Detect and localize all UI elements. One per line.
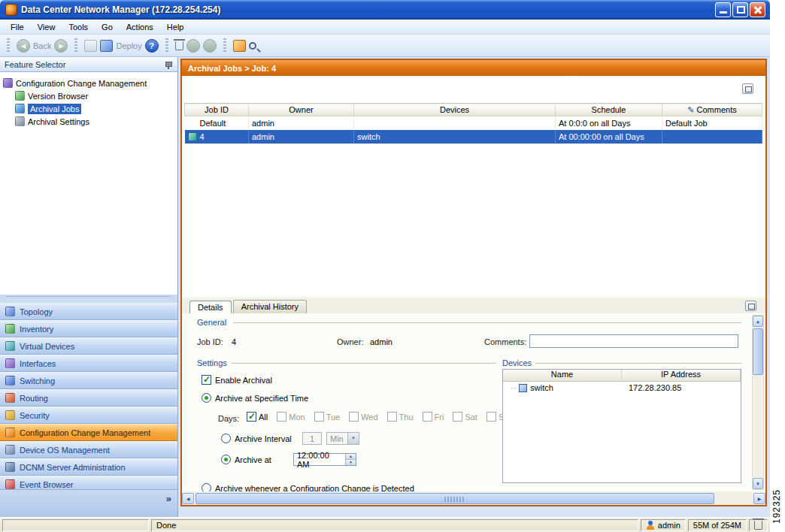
day-wed-checkbox[interactable]: Wed [349, 412, 377, 422]
scrollbar-thumb[interactable] [753, 328, 763, 375]
col-devices[interactable]: Devices [354, 104, 556, 116]
maximize-panel-icon[interactable] [742, 83, 753, 94]
details-vertical-scrollbar[interactable]: ▲ ▼ [752, 315, 764, 490]
table-row-job-4[interactable]: 4 admin switch At 00:00:00 on all Days [185, 130, 762, 144]
archive-time-spinner[interactable]: 12:00:00 AM ▲ ▼ [293, 453, 356, 466]
menu-go[interactable]: Go [95, 21, 119, 33]
day-mon-checkbox[interactable]: Mon [277, 412, 305, 422]
tree-node-archival-jobs[interactable]: Archival Jobs [3, 102, 174, 115]
archive-at-specified-time-radio[interactable]: Archive at Specified Time [202, 393, 308, 403]
tree-node-config-change-management[interactable]: Configuration Change Management [3, 77, 174, 89]
menu-tools[interactable]: Tools [62, 21, 94, 33]
comments-input[interactable] [529, 334, 738, 348]
spin-up-icon[interactable]: ▲ [346, 454, 356, 460]
tree-node-version-browser[interactable]: Version Browser [3, 89, 174, 102]
sidebar-item-security[interactable]: Security [0, 407, 177, 424]
sidebar-item-dcnm-server-administration[interactable]: DCNM Server Administration [0, 458, 177, 476]
chevron-down-icon: ▼ [347, 433, 359, 444]
interval-input[interactable] [302, 432, 322, 445]
radio-icon[interactable] [202, 393, 211, 403]
sidebar-item-configuration-change-management[interactable]: Configuration Change Management [0, 424, 177, 441]
refresh-icon[interactable] [233, 40, 246, 52]
back-icon[interactable]: ◀ [17, 39, 30, 53]
device-row-switch[interactable]: ··switch 172.28.230.85 [503, 382, 741, 394]
scrollbar-thumb[interactable] [195, 493, 714, 504]
sidebar-item-switching[interactable]: Switching [0, 372, 177, 389]
radio-icon[interactable] [221, 455, 231, 464]
resume-icon[interactable] [203, 39, 217, 53]
archive-interval-radio[interactable]: Archive Interval [221, 434, 292, 443]
window-title: Data Center Network Manager (172.28.254.… [21, 5, 715, 15]
checkbox-icon[interactable] [277, 412, 286, 422]
menu-view[interactable]: View [32, 21, 62, 33]
maximize-panel-icon[interactable] [745, 301, 756, 311]
checkbox-icon[interactable] [486, 412, 496, 422]
day-sat-checkbox[interactable]: Sat [453, 412, 477, 422]
day-fri-checkbox[interactable]: Fri [423, 412, 444, 422]
scroll-up-icon[interactable]: ▲ [753, 316, 763, 327]
close-button[interactable] [750, 2, 765, 17]
chevron-collapse-icon[interactable]: » [166, 493, 171, 504]
checkbox-icon[interactable] [387, 412, 397, 422]
scroll-right-icon[interactable]: ▶ [753, 493, 765, 504]
checkbox-icon[interactable] [202, 375, 211, 385]
interval-unit-select[interactable]: Min ▼ [326, 432, 359, 445]
minimize-button[interactable] [715, 2, 731, 17]
tab-details[interactable]: Details [189, 301, 232, 314]
archival-jobs-icon [15, 104, 25, 113]
col-schedule[interactable]: Schedule [556, 104, 662, 116]
col-name[interactable]: Name [503, 370, 622, 381]
checkbox-icon[interactable] [453, 412, 462, 422]
radio-icon[interactable] [202, 483, 211, 491]
maximize-button[interactable] [732, 2, 748, 17]
deploy-icon[interactable] [100, 40, 113, 52]
trash-icon[interactable] [754, 521, 762, 530]
sidebar-item-device-os-management[interactable]: Device OS Management [0, 441, 177, 458]
sidebar-item-virtual-devices[interactable]: Virtual Devices [0, 337, 177, 355]
col-job-id[interactable]: Job ID [185, 104, 249, 116]
deploy-button[interactable]: Deploy [116, 41, 141, 50]
archive-on-change-radio[interactable]: Archive whenever a Configuration Change … [202, 483, 414, 491]
sidebar-item-routing[interactable]: Routing [0, 389, 177, 407]
forward-icon[interactable]: ▶ [54, 39, 68, 53]
back-button[interactable]: Back [33, 41, 51, 50]
menu-actions[interactable]: Actions [120, 21, 159, 33]
col-ip-address[interactable]: IP Address [622, 370, 741, 381]
status-trash[interactable] [749, 519, 768, 531]
day-tue-checkbox[interactable]: Tue [314, 412, 341, 422]
horizontal-scrollbar[interactable]: ◀ ▶ [182, 492, 765, 505]
table-row-default[interactable]: Default admin At 0:0:0 on all Days Defau… [185, 116, 762, 130]
suspend-icon[interactable] [186, 39, 200, 53]
menu-help[interactable]: Help [161, 21, 190, 33]
delete-icon[interactable] [175, 41, 183, 50]
archive-at-radio[interactable]: Archive at [221, 455, 271, 464]
pin-icon[interactable] [164, 60, 173, 69]
scroll-down-icon[interactable]: ▼ [753, 478, 763, 489]
help-icon[interactable]: ? [145, 39, 159, 53]
day-all-checkbox[interactable]: All [247, 412, 268, 422]
status-user: admin [641, 519, 686, 531]
sidebar-item-topology[interactable]: Topology [0, 303, 177, 320]
new-job-icon[interactable] [84, 40, 97, 52]
radio-icon[interactable] [221, 434, 231, 443]
tab-archival-history[interactable]: Archival History [233, 300, 307, 313]
enable-archival-checkbox[interactable]: Enable Archival [202, 375, 272, 385]
feature-selector-panel: Feature Selector Configuration Change Ma… [0, 57, 178, 517]
day-thu-checkbox[interactable]: Thu [387, 412, 414, 422]
main-panel: Archival Jobs > Job: 4 Job ID Owner Devi… [180, 59, 767, 506]
scroll-left-icon[interactable]: ◀ [182, 493, 194, 504]
filter-icon[interactable] [249, 42, 256, 50]
version-browser-icon [15, 91, 25, 101]
checkbox-icon[interactable] [349, 412, 359, 422]
spin-down-icon[interactable]: ▼ [346, 460, 356, 466]
checkbox-icon[interactable] [247, 412, 256, 422]
sidebar-item-inventory[interactable]: Inventory [0, 320, 177, 337]
checkbox-icon[interactable] [314, 412, 324, 422]
sidebar-item-interfaces[interactable]: Interfaces [0, 355, 177, 372]
splitter-dots[interactable] [6, 296, 171, 301]
checkbox-icon[interactable] [423, 412, 432, 422]
tree-node-archival-settings[interactable]: Archival Settings [3, 115, 174, 128]
menu-file[interactable]: File [5, 21, 30, 33]
col-comments[interactable]: ✎Comments [662, 104, 762, 116]
col-owner[interactable]: Owner [249, 104, 354, 116]
